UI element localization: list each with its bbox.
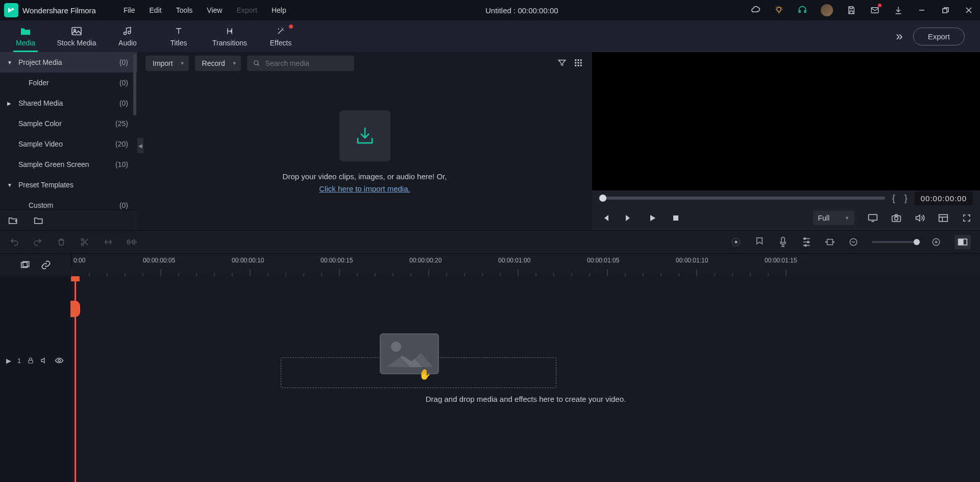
tab-effects[interactable]: Effects: [255, 20, 306, 52]
audio-mixer-icon[interactable]: [801, 237, 812, 247]
import-dropdown[interactable]: Import▼: [145, 56, 189, 71]
sidebar-item-project-media[interactable]: ▼Project Media(0): [0, 52, 137, 73]
tab-media[interactable]: Media: [0, 20, 51, 52]
tab-titles[interactable]: Titles: [153, 20, 204, 52]
tab-audio-label: Audio: [118, 39, 137, 47]
render-icon[interactable]: [731, 237, 741, 247]
playhead[interactable]: [75, 276, 76, 482]
preview-controls: Full▼: [592, 206, 980, 230]
next-frame-icon[interactable]: [624, 213, 634, 223]
voiceover-icon[interactable]: [778, 237, 788, 247]
mark-out-icon[interactable]: }: [902, 193, 910, 204]
split-icon[interactable]: [80, 237, 90, 247]
progress-track[interactable]: [599, 197, 885, 200]
menu-tools[interactable]: Tools: [169, 6, 200, 14]
menu-file[interactable]: File: [116, 6, 142, 14]
sidebar-item-folder[interactable]: Folder(0): [0, 73, 137, 93]
layout-icon[interactable]: [938, 213, 948, 223]
close-icon[interactable]: [964, 5, 974, 15]
media-drop-zone[interactable]: Drop your video clips, images, or audio …: [137, 75, 592, 230]
lock-icon[interactable]: [27, 357, 34, 364]
bulb-icon[interactable]: [774, 5, 784, 15]
minimize-icon[interactable]: [917, 5, 927, 15]
maximize-icon[interactable]: [940, 5, 950, 15]
redo-icon[interactable]: [33, 237, 43, 247]
record-dropdown[interactable]: Record▼: [195, 56, 241, 71]
workspace: ▼Project Media(0) Folder(0) ▶Shared Medi…: [0, 52, 980, 230]
menu-help[interactable]: Help: [264, 6, 293, 14]
prev-frame-icon[interactable]: [600, 213, 610, 223]
download-icon[interactable]: [893, 5, 903, 15]
preview-quality-dropdown[interactable]: Full▼: [813, 211, 854, 225]
stop-icon[interactable]: [671, 213, 681, 223]
track-header-1[interactable]: ▶ 1: [0, 348, 71, 373]
export-button[interactable]: Export: [913, 28, 965, 45]
fullscreen-icon[interactable]: [962, 213, 972, 223]
timeline-settings-icon[interactable]: [20, 260, 31, 270]
ruler-tick: 00:00:00:15: [321, 257, 353, 264]
sidebar-item-sample-color[interactable]: Sample Color(25): [0, 113, 137, 134]
message-icon[interactable]: [870, 5, 880, 15]
eye-icon[interactable]: [55, 357, 64, 364]
grab-cursor-icon: ✋: [419, 368, 431, 380]
preview-screen: [592, 52, 980, 190]
ruler-tick: 00:00:00:20: [409, 257, 442, 264]
progress-handle[interactable]: [599, 195, 606, 202]
sidebar-footer: [0, 210, 137, 230]
volume-icon[interactable]: [915, 213, 925, 223]
search-input[interactable]: [265, 59, 348, 67]
save-icon[interactable]: [846, 5, 856, 15]
track-area[interactable]: ✋ Drag and drop media and effects here t…: [71, 276, 980, 482]
search-media[interactable]: [247, 56, 354, 71]
sidebar-scrollbar[interactable]: [133, 54, 136, 115]
sidebar-item-sample-green-screen[interactable]: Sample Green Screen(10): [0, 154, 137, 175]
headset-icon[interactable]: [797, 5, 807, 15]
timeline-hint: Drag and drop media and effects here to …: [71, 395, 980, 403]
menu-edit[interactable]: Edit: [142, 6, 169, 14]
media-toolbar: Import▼ Record▼: [137, 52, 592, 75]
import-link[interactable]: Click here to import media.: [319, 184, 410, 193]
search-icon: [253, 59, 260, 67]
timeline-ruler[interactable]: 0:00 00:00:00:05 00:00:00:10 00:00:00:15…: [71, 254, 980, 276]
collapse-sidebar-handle[interactable]: ◀: [137, 138, 143, 153]
add-folder-icon[interactable]: [8, 216, 18, 225]
more-tabs-icon[interactable]: »: [896, 29, 902, 43]
user-avatar[interactable]: [821, 4, 833, 16]
drop-text: Drop your video clips, images, or audio …: [283, 171, 447, 195]
zoom-slider[interactable]: [872, 241, 918, 243]
zoom-in-icon[interactable]: [931, 237, 941, 247]
tab-audio[interactable]: Audio: [102, 20, 153, 52]
play-icon[interactable]: [647, 213, 657, 223]
svg-rect-15: [673, 215, 678, 221]
delete-icon[interactable]: [56, 237, 66, 247]
tab-transitions[interactable]: Transitions: [204, 20, 255, 52]
project-title: Untitled : 00:00:00:00: [293, 6, 750, 15]
sidebar-item-sample-video[interactable]: Sample Video(20): [0, 134, 137, 154]
zoom-out-icon[interactable]: [848, 237, 859, 247]
svg-point-27: [805, 245, 806, 246]
import-icon-box[interactable]: [339, 110, 390, 161]
mute-icon[interactable]: [40, 357, 48, 364]
zoom-fit-button[interactable]: [954, 235, 971, 249]
snapshot-icon[interactable]: [891, 213, 901, 223]
zoom-handle[interactable]: [914, 239, 920, 245]
sidebar-item-shared-media[interactable]: ▶Shared Media(0): [0, 93, 137, 113]
marker-icon[interactable]: [754, 237, 765, 247]
track-video-icon: ▶: [6, 357, 11, 365]
crop-icon[interactable]: [103, 237, 113, 247]
sidebar-item-preset-templates[interactable]: ▼Preset Templates: [0, 175, 137, 195]
menu-view[interactable]: View: [200, 6, 229, 14]
sidebar-item-custom[interactable]: Custom(0): [0, 195, 137, 210]
link-icon[interactable]: [41, 260, 51, 270]
folder-icon[interactable]: [34, 216, 44, 225]
grid-view-icon[interactable]: [574, 58, 584, 68]
undo-icon[interactable]: [9, 237, 19, 247]
main-tabs: Media Stock Media Audio Titles Transitio…: [0, 20, 980, 52]
display-icon[interactable]: [868, 213, 878, 223]
cloud-icon[interactable]: [750, 5, 761, 15]
speed-icon[interactable]: [127, 237, 137, 247]
tab-stock-media[interactable]: Stock Media: [51, 20, 102, 52]
filter-icon[interactable]: [557, 58, 568, 68]
mark-in-icon[interactable]: {: [890, 193, 897, 204]
fit-width-icon[interactable]: [825, 237, 835, 247]
